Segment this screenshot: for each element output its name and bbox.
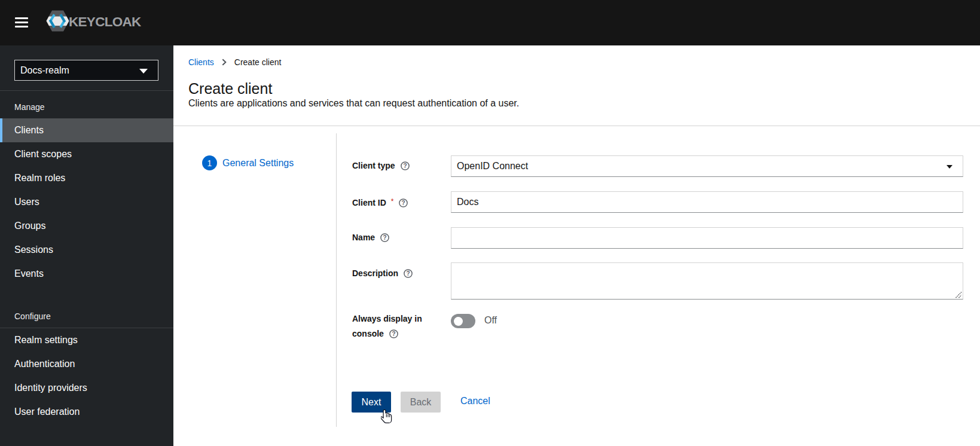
svg-text:?: ? bbox=[392, 331, 395, 337]
svg-text:?: ? bbox=[383, 234, 387, 241]
svg-text:?: ? bbox=[406, 270, 410, 277]
svg-text:?: ? bbox=[402, 200, 405, 206]
svg-text:KEYCLOAK: KEYCLOAK bbox=[69, 14, 142, 29]
svg-text:?: ? bbox=[403, 163, 407, 169]
